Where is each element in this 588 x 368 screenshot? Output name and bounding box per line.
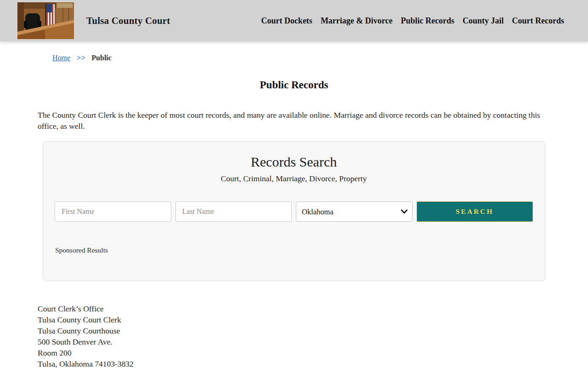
courtroom-photo-graphic [17,2,74,39]
intro-paragraph: The County Court Clerk is the keeper of … [38,109,548,132]
court-clerk-contact-block: Court Clerk’s Office Tulsa County Court … [38,303,588,368]
search-button[interactable]: SEARCH [417,201,533,222]
records-search-panel: Records Search Court, Criminal, Marriage… [43,141,545,281]
nav-court-records[interactable]: Court Records [512,16,564,26]
page-title: Public Records [0,79,588,91]
contact-line: 500 South Denver Ave. [38,336,588,347]
first-name-input[interactable] [55,201,171,222]
main-nav: Court Dockets Marriage & Divorce Public … [261,16,564,26]
contact-line: Tulsa County Court Clerk [38,314,588,325]
records-search-form: Oklahoma SEARCH [55,201,533,222]
records-search-title: Records Search [55,154,533,170]
site-title: Tulsa County Court [86,15,170,27]
state-select-wrap: Oklahoma [296,201,413,222]
site-header: Tulsa County Court Court Dockets Marriag… [0,0,588,41]
state-select[interactable]: Oklahoma [296,201,413,222]
nav-court-dockets[interactable]: Court Dockets [261,16,312,26]
courtroom-logo-image[interactable] [17,2,74,39]
contact-line: Tulsa, Oklahoma 74103-3832 [38,358,588,368]
nav-marriage-divorce[interactable]: Marriage & Divorce [321,16,393,26]
breadcrumb-separator: >> [77,54,85,62]
breadcrumb-home-link[interactable]: Home [52,54,70,62]
nav-public-records[interactable]: Public Records [401,16,454,26]
breadcrumb-current: Public [91,54,112,62]
sponsored-results-label: Sponsored Results [55,246,533,254]
nav-county-jail[interactable]: County Jail [463,16,504,26]
contact-line: Tulsa County Courthouse [38,325,588,336]
contact-line: Court Clerk’s Office [38,303,588,314]
contact-line: Room 200 [38,347,588,358]
records-search-subtitle: Court, Criminal, Marriage, Divorce, Prop… [55,174,533,184]
breadcrumb: Home >> Public [0,41,588,62]
last-name-input[interactable] [175,201,292,222]
